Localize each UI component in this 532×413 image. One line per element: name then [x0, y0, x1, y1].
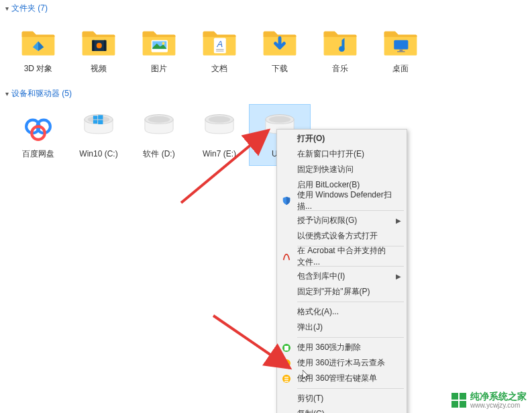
section-title: 设备和驱动器 (5) [11, 88, 72, 99]
svg-rect-1 [92, 40, 94, 51]
drive-item[interactable]: Win7 (E:) [189, 105, 250, 165]
menu-item[interactable]: 授予访问权限(G)▶ [277, 213, 407, 228]
folder-download-icon [261, 24, 299, 61]
folder-item[interactable]: 音乐 [310, 19, 370, 80]
menu-item[interactable]: 包含到库中(I)▶ [277, 269, 407, 284]
folder-music-icon [321, 24, 359, 61]
menu-item[interactable]: 使用 360管理右键菜单 [277, 371, 407, 386]
item-label: 3D 对象 [24, 64, 53, 73]
svg-rect-13 [399, 50, 403, 51]
folder-item[interactable]: 3D 对象 [8, 19, 68, 80]
menu-item[interactable]: 在新窗口中打开(E) [277, 146, 407, 162]
section-title: 文件夹 (7) [11, 3, 48, 14]
menu-item[interactable]: 使用 Windows Defender扫描... [277, 193, 407, 208]
drives-grid: 百度网盘 Win10 (C:) 软件 (D:) Win7 (E:) U 盘 [0, 102, 532, 171]
svg-point-27 [209, 116, 231, 123]
menu-item-label: 使用 Windows Defender扫描... [297, 189, 392, 212]
menu-separator [297, 388, 404, 389]
menu-item-label: 固定到"开始"屏幕(P) [297, 286, 370, 297]
menu-item[interactable]: 固定到快速访问 [277, 162, 407, 177]
item-label: 音乐 [332, 64, 348, 73]
svg-rect-37 [284, 381, 288, 382]
menu-item[interactable]: 弹出(J) [277, 320, 407, 335]
svg-point-25 [148, 116, 170, 123]
menu-item-label: 打开(O) [297, 133, 325, 144]
item-label: 桌面 [392, 64, 409, 73]
menu-item[interactable]: 打开(O) [277, 131, 407, 146]
folder-doc-icon: A [201, 24, 238, 61]
folder-item[interactable]: 下载 [250, 19, 310, 80]
item-label: 下载 [272, 64, 288, 73]
item-label: Win7 (E:) [203, 149, 236, 158]
folder-item[interactable]: 视频 [68, 19, 129, 80]
chevron-right-icon: ▶ [396, 217, 401, 224]
chevron-down-icon: ▾ [5, 5, 9, 12]
menu-item[interactable]: 格式化(A)... [277, 304, 407, 320]
chevron-right-icon: ▶ [396, 273, 401, 280]
menu-item[interactable]: 在 Acrobat 中合并支持的文件... [277, 248, 407, 264]
menu-item[interactable]: 剪切(T) [277, 391, 407, 406]
svg-rect-23 [98, 120, 103, 124]
svg-rect-20 [93, 116, 97, 119]
svg-rect-35 [284, 377, 288, 378]
item-label: 文档 [211, 64, 227, 73]
folder-3d-icon [19, 24, 57, 61]
menu-item-label: 固定到快速访问 [297, 164, 354, 175]
folder-item[interactable]: 桌面 [370, 19, 431, 80]
svg-rect-12 [394, 40, 408, 50]
folders-grid: 3D 对象 视频 图片 A文档 下载 音乐 桌面 [0, 17, 532, 85]
menu-item-label: 在 Acrobat 中合并支持的文件... [297, 245, 392, 268]
menu-item[interactable]: 使用 360强力删除 [277, 340, 407, 355]
menu-item-label: 授予访问权限(G) [297, 215, 357, 226]
item-label: 软件 (D:) [143, 149, 174, 158]
menu-item-label: 格式化(A)... [297, 306, 339, 318]
svg-point-6 [162, 42, 164, 45]
svg-rect-2 [104, 40, 106, 51]
360-menu-icon [281, 373, 292, 384]
menu-item-label: 使用 360进行木马云查杀 [297, 357, 385, 369]
drive-item[interactable]: 软件 (D:) [129, 105, 189, 165]
svg-text:✓: ✓ [284, 361, 289, 367]
svg-rect-14 [397, 51, 405, 52]
menu-item[interactable]: 以便携式设备方式打开 [277, 228, 407, 244]
folder-desktop-icon [382, 24, 419, 61]
menu-item-label: 复制(C) [297, 408, 325, 413]
menu-item-label: 剪切(T) [297, 393, 323, 404]
baidu-icon [19, 109, 57, 146]
item-label: Win10 (C:) [79, 149, 117, 158]
watermark-title: 纯净系统之家 [470, 392, 527, 402]
drive-icon [140, 109, 178, 146]
item-label: 百度网盘 [22, 149, 54, 158]
menu-separator [297, 302, 404, 302]
menu-item-label: 弹出(J) [297, 322, 323, 333]
shield-icon [281, 195, 292, 206]
svg-rect-36 [284, 379, 288, 380]
svg-point-29 [269, 116, 291, 123]
drive-item[interactable]: Win10 (C:) [68, 105, 129, 165]
drive-icon [201, 109, 238, 146]
menu-item-label: 包含到库中(I) [297, 271, 345, 282]
menu-item[interactable]: ✓使用 360进行木马云查杀 [277, 355, 407, 371]
acrobat-icon [281, 251, 292, 262]
folder-item[interactable]: A文档 [189, 19, 250, 80]
context-menu: 打开(O)在新窗口中打开(E)固定到快速访问启用 BitLocker(B)使用 … [276, 129, 407, 413]
item-label: 图片 [151, 64, 167, 73]
section-header-drives[interactable]: ▾ 设备和驱动器 (5) [0, 85, 532, 102]
chevron-down-icon: ▾ [5, 90, 9, 97]
menu-item-label: 以便携式设备方式打开 [297, 230, 378, 242]
svg-point-11 [339, 46, 344, 52]
menu-item-label: 使用 360强力删除 [297, 342, 361, 353]
menu-item[interactable]: 复制(C) [277, 406, 407, 413]
drive-win-icon [80, 109, 117, 146]
svg-rect-31 [284, 346, 288, 351]
watermark: 纯净系统之家 www.ycwjzy.com [451, 392, 527, 409]
folder-picture-icon [140, 24, 178, 61]
menu-separator [297, 337, 404, 338]
watermark-logo-icon [451, 393, 466, 408]
section-header-folders[interactable]: ▾ 文件夹 (7) [0, 0, 532, 17]
folder-item[interactable]: 图片 [129, 19, 189, 80]
menu-item-label: 在新窗口中打开(E) [297, 148, 364, 160]
drive-item[interactable]: 百度网盘 [8, 105, 68, 165]
watermark-url: www.ycwjzy.com [470, 402, 527, 409]
menu-item[interactable]: 固定到"开始"屏幕(P) [277, 284, 407, 300]
